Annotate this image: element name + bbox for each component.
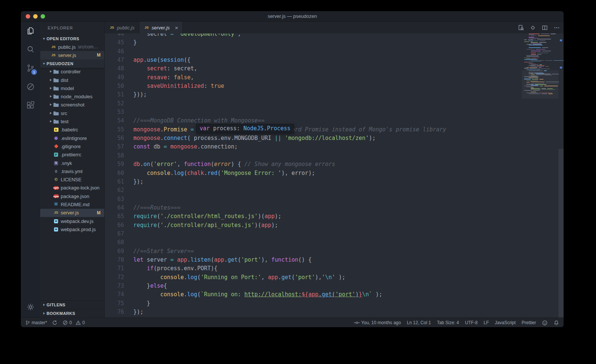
code-text[interactable]: }else{ (124, 282, 167, 290)
code-line[interactable]: 71 if(process.env.PORT){ (105, 264, 522, 273)
code-line[interactable]: 61}); (105, 178, 522, 186)
code-text[interactable]: resave: false, (124, 73, 194, 82)
code-line[interactable]: 72 console.log('Running on Port:', app.g… (105, 273, 522, 282)
folder-item[interactable]: node_modules (40, 92, 104, 100)
line-number[interactable]: 57 (105, 143, 124, 151)
code-line[interactable]: 74 console.log(`Running on: http://local… (105, 290, 522, 299)
code-text[interactable]: secret = 'development-only'; (124, 33, 241, 38)
code-text[interactable]: app.use(session({ (124, 56, 191, 64)
minimap-slider[interactable] (522, 70, 558, 99)
code-text[interactable]: require('./controller/api_routes.js')(ap… (124, 221, 278, 230)
section-gitlens[interactable]: GITLENS (40, 300, 104, 309)
settings-gear-icon[interactable] (21, 300, 40, 314)
gitlens-blame[interactable]: You, 10 months ago (354, 320, 401, 325)
code-line[interactable]: 53 (105, 108, 522, 116)
cursor-position[interactable]: Ln 12, Col 1 (407, 320, 431, 325)
code-text[interactable]: console.log(`Running on: http://localhos… (124, 290, 382, 299)
code-text[interactable] (124, 230, 137, 238)
file-item[interactable]: {}.travis.yml (40, 167, 104, 175)
code-line[interactable]: 60 console.log(chalk.red('Mongoose Error… (105, 169, 522, 178)
folder-item[interactable]: test (40, 117, 104, 125)
code-line[interactable]: 44 secret = 'development-only'; (105, 33, 522, 38)
code-line[interactable]: 65require('./controller/html_routes.js')… (105, 212, 522, 221)
folder-item[interactable]: screenshot (40, 101, 104, 109)
code-line[interactable]: 47app.use(session({ (105, 56, 522, 64)
line-number[interactable]: 74 (105, 290, 124, 299)
git-compare-icon[interactable] (530, 25, 536, 31)
line-number[interactable]: 63 (105, 195, 124, 204)
code-text[interactable]: //===Routes=== (124, 204, 180, 212)
minimap[interactable] (522, 33, 558, 317)
eol-status[interactable]: LF (484, 320, 489, 325)
indentation-status[interactable]: Tab Size: 4 (437, 320, 459, 325)
activity-extensions[interactable] (21, 96, 40, 115)
code-line[interactable]: 48 secret: secret, (105, 64, 522, 73)
code-text[interactable] (124, 195, 137, 204)
code-text[interactable] (124, 47, 137, 56)
encoding-status[interactable]: UTF-8 (465, 320, 478, 325)
code-text[interactable]: mongoose.connect( process.env.MONGODB_UR… (124, 134, 375, 143)
code-line[interactable]: 66require('./controller/api_routes.js')(… (105, 221, 522, 230)
code-line[interactable]: 45} (105, 38, 522, 47)
code-text[interactable]: }); (124, 308, 143, 316)
line-number[interactable]: 62 (105, 186, 124, 195)
code-line[interactable]: 69//==Start Server== (105, 247, 522, 256)
code-text[interactable]: console.log('Running on Port:', app.get(… (124, 273, 345, 282)
line-number[interactable]: 44 (105, 33, 124, 38)
tab-public-js[interactable]: JSpublic.js (105, 22, 139, 33)
code-line[interactable]: 51})); (105, 90, 522, 99)
line-number[interactable]: 68 (105, 238, 124, 247)
file-item[interactable]: JSserver.jsM (40, 209, 104, 217)
code-text[interactable]: db.on('error', function(error) { // Show… (124, 160, 335, 169)
code-text[interactable] (124, 238, 137, 247)
code-line[interactable]: 67 (105, 230, 522, 238)
code-text[interactable]: } (124, 299, 150, 308)
code-line[interactable]: 54//===MongoDB Connection with Mongoose=… (105, 116, 522, 125)
line-number[interactable]: 54 (105, 116, 124, 125)
file-item[interactable]: wwebpack.dev.js (40, 217, 104, 225)
code-line[interactable]: 56mongoose.connect( process.env.MONGODB_… (105, 134, 522, 143)
folder-item[interactable]: dist (40, 76, 104, 84)
zoom-window-button[interactable] (41, 14, 45, 19)
line-number[interactable]: 61 (105, 178, 124, 186)
code-text[interactable]: if(process.env.PORT){ (124, 264, 218, 273)
close-window-button[interactable] (26, 14, 30, 19)
problems-status[interactable]: 0 0 (63, 320, 85, 325)
file-item[interactable]: wwebpack.prod.js (40, 225, 104, 233)
code-line[interactable]: 70let server = app.listen(app.get('port'… (105, 256, 522, 264)
line-number[interactable]: 46 (105, 47, 124, 56)
folder-item[interactable]: model (40, 84, 104, 92)
line-number[interactable]: 48 (105, 64, 124, 73)
code-text[interactable]: require('./controller/html_routes.js')(a… (124, 212, 281, 221)
code-line[interactable]: 64//===Routes=== (105, 204, 522, 212)
code-text[interactable]: secret: secret, (124, 64, 197, 73)
tab-server-js[interactable]: JSserver.js× (139, 22, 183, 33)
code-line[interactable]: 62 (105, 186, 522, 195)
code-line[interactable]: 68 (105, 238, 522, 247)
folder-item[interactable]: controller (40, 68, 104, 76)
open-changes-icon[interactable] (518, 25, 524, 31)
code-text[interactable] (124, 108, 137, 116)
formatter-status[interactable]: Prettier (522, 320, 536, 325)
code-line[interactable]: 63 (105, 195, 522, 204)
code-text[interactable]: const db = mongoose.connection; (124, 143, 238, 151)
file-item[interactable]: S.snyk (40, 159, 104, 167)
line-number[interactable]: 59 (105, 160, 124, 169)
code-text[interactable]: })); (124, 90, 147, 99)
line-number[interactable]: 64 (105, 204, 124, 212)
file-item[interactable]: b.babelrc (40, 126, 104, 134)
minimize-window-button[interactable] (33, 14, 38, 19)
activity-search[interactable] (21, 40, 40, 59)
code-text[interactable] (124, 151, 137, 160)
line-number[interactable]: 47 (105, 56, 124, 64)
line-number[interactable]: 51 (105, 90, 124, 99)
more-actions-icon[interactable] (554, 25, 560, 31)
editor-pane[interactable]: 44 secret = 'development-only';45}46 47a… (105, 33, 564, 317)
line-number[interactable]: 50 (105, 82, 124, 90)
feedback-smiley-icon[interactable] (542, 320, 548, 326)
line-number[interactable]: 45 (105, 38, 124, 47)
file-item[interactable]: .gitignore (40, 142, 104, 150)
code-line[interactable]: 58 (105, 151, 522, 160)
code-line[interactable]: 73 }else{ (105, 282, 522, 290)
code-text[interactable]: } (124, 38, 137, 47)
